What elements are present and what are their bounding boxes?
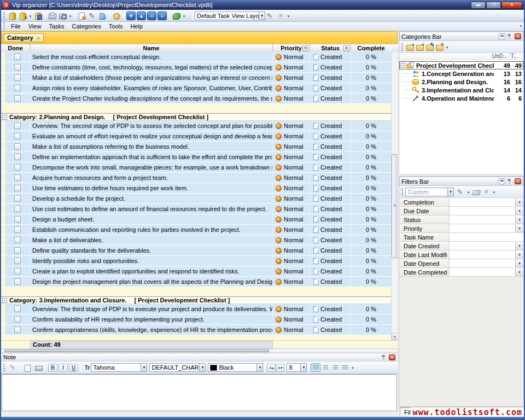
column-header-complete[interactable]: Complete	[351, 44, 391, 52]
task-row[interactable]: Create a plan to exploit identified oppo…	[1, 266, 391, 277]
bullet-list-button[interactable]	[340, 363, 350, 372]
collapse-icon[interactable]: −	[2, 115, 7, 120]
apply-layout-icon[interactable]	[266, 11, 275, 20]
task-checkbox[interactable]	[14, 154, 21, 160]
maximize-button[interactable]: ❐	[486, 2, 501, 9]
task-checkbox[interactable]	[14, 64, 21, 71]
task-row[interactable]: Confirm availability of HR required for …	[1, 314, 391, 325]
horizontal-scrollbar[interactable]	[1, 348, 398, 353]
task-checkbox[interactable]	[14, 326, 21, 333]
categories-toolbar-overflow[interactable]	[445, 43, 450, 51]
priority-filter-dropdown[interactable]	[302, 45, 308, 51]
note-print-icon[interactable]	[33, 363, 43, 372]
task-checkbox[interactable]	[14, 258, 21, 264]
task-checkbox[interactable]	[14, 85, 21, 91]
print-preview-dropdown[interactable]	[68, 11, 73, 20]
restore-panel-icon[interactable]	[499, 33, 505, 39]
category-item[interactable]: 3.Implementation and Closure.1414	[399, 86, 523, 94]
reminder-dropdown[interactable]	[182, 11, 186, 20]
delete-task-icon[interactable]	[98, 11, 107, 20]
task-row[interactable]: Acquire human resources and form a proje…	[1, 173, 391, 183]
filter-preset-dropdown[interactable]	[448, 188, 454, 196]
menu-categories[interactable]: Categories	[68, 22, 105, 30]
vertical-scrollbar[interactable]: ▲ ▼	[391, 52, 398, 340]
font-color-combo[interactable]: Black	[208, 363, 257, 372]
task-checkbox[interactable]	[14, 278, 21, 285]
horizontal-scrollbar-thumb[interactable]	[4, 349, 269, 352]
filter-value-field[interactable]	[450, 224, 515, 232]
task-checkbox[interactable]	[14, 195, 21, 202]
task-row[interactable]: Design a budget sheet.NormalCreated0 %	[1, 214, 391, 225]
restore-panel-icon[interactable]	[499, 178, 505, 184]
char-style-dropdown[interactable]	[200, 363, 206, 372]
filter-value-field[interactable]	[450, 259, 515, 267]
task-view-layout-dropdown[interactable]	[259, 11, 265, 20]
align-center-button[interactable]	[320, 363, 330, 372]
filters-toolbar-overflow[interactable]	[492, 188, 497, 196]
move-up-icon[interactable]: ▴	[137, 11, 146, 20]
new-subcategory-icon[interactable]	[416, 43, 424, 51]
task-checkbox[interactable]	[14, 247, 21, 254]
italic-button[interactable]: I	[59, 364, 68, 372]
filter-value-dropdown[interactable]: ▼	[515, 224, 523, 232]
task-row[interactable]: Make a list of assumptions referring to …	[1, 142, 391, 152]
task-row[interactable]: Select the most cost-efficient conceptua…	[1, 52, 391, 62]
font-name-combo[interactable]: Tahoma	[91, 363, 141, 372]
print-preview-icon[interactable]	[58, 11, 67, 20]
task-checkbox[interactable]	[14, 133, 21, 139]
shrink-font-icon[interactable]: A▾	[276, 364, 284, 372]
pin-icon[interactable]	[506, 33, 512, 39]
new-category-icon[interactable]	[406, 43, 415, 51]
task-checkbox[interactable]	[14, 143, 21, 150]
open-database-icon[interactable]	[18, 11, 27, 20]
category-item[interactable]: 1.Concept Generation and Sco1313	[399, 69, 523, 78]
column-header-done[interactable]: Done	[1, 44, 30, 52]
task-view-layout-combo[interactable]: Default Task View Layout	[195, 11, 259, 20]
cancel-filter-icon[interactable]	[482, 188, 491, 196]
pin-icon[interactable]	[506, 178, 512, 184]
filter-value-dropdown[interactable]: ▼	[515, 207, 523, 215]
status-filter-dropdown[interactable]	[343, 45, 349, 51]
group-by-category-button[interactable]: Category	[4, 33, 44, 42]
task-row[interactable]: Create the Project Charter including des…	[1, 94, 391, 104]
note-close-icon[interactable]	[389, 354, 395, 360]
filter-value-field[interactable]	[450, 207, 515, 215]
menubar-overflow-icon[interactable]	[520, 24, 522, 28]
categories-close-icon[interactable]	[515, 33, 521, 39]
task-checkbox[interactable]	[14, 174, 21, 181]
delete-layout-icon[interactable]	[276, 11, 285, 20]
task-checkbox[interactable]	[14, 95, 21, 102]
delete-category-icon[interactable]	[435, 43, 444, 51]
filter-value-dropdown[interactable]: ▼	[515, 242, 523, 250]
complete-task-icon[interactable]	[112, 11, 121, 20]
task-checkbox[interactable]	[14, 268, 21, 275]
grow-font-icon[interactable]: A▴	[267, 364, 276, 372]
move-down-icon[interactable]: ▾	[126, 11, 136, 20]
filter-value-dropdown[interactable]: ▼	[515, 198, 523, 206]
font-name-dropdown[interactable]	[141, 363, 147, 372]
bold-button[interactable]: B	[48, 364, 57, 372]
filter-value-field[interactable]	[450, 242, 515, 250]
task-checkbox[interactable]	[14, 306, 21, 312]
category-item[interactable]: −Project Development Checklist4949	[399, 61, 523, 69]
edit-category-icon[interactable]	[425, 43, 434, 51]
task-row[interactable]: Use cost estimates to define an amount o…	[1, 204, 391, 214]
move-to-top-icon[interactable]: ≡	[158, 11, 167, 20]
clear-filter-icon[interactable]	[471, 188, 481, 196]
task-row[interactable]: Decompose the work into small, manageabl…	[1, 162, 391, 173]
layout-toolbar-overflow[interactable]	[286, 11, 291, 20]
open-database-dropdown[interactable]	[28, 11, 33, 20]
edit-task-icon[interactable]	[88, 11, 97, 20]
task-row[interactable]: Assign roles to every stakeholder. Examp…	[1, 83, 391, 94]
commit-note-icon[interactable]	[8, 363, 18, 372]
menu-tasks[interactable]: Tasks	[45, 22, 68, 30]
close-button[interactable]: ✕	[501, 2, 522, 9]
task-checkbox[interactable]	[14, 54, 21, 60]
filter-value-field[interactable]	[450, 233, 523, 241]
task-checkbox[interactable]	[14, 237, 21, 243]
filter-value-dropdown[interactable]: ▼	[515, 268, 523, 276]
filter-preset-combo[interactable]: Custom	[405, 188, 448, 196]
pin-icon[interactable]	[381, 354, 387, 360]
collapse-icon[interactable]: −	[400, 63, 405, 68]
menu-tools[interactable]: Tools	[105, 22, 127, 30]
